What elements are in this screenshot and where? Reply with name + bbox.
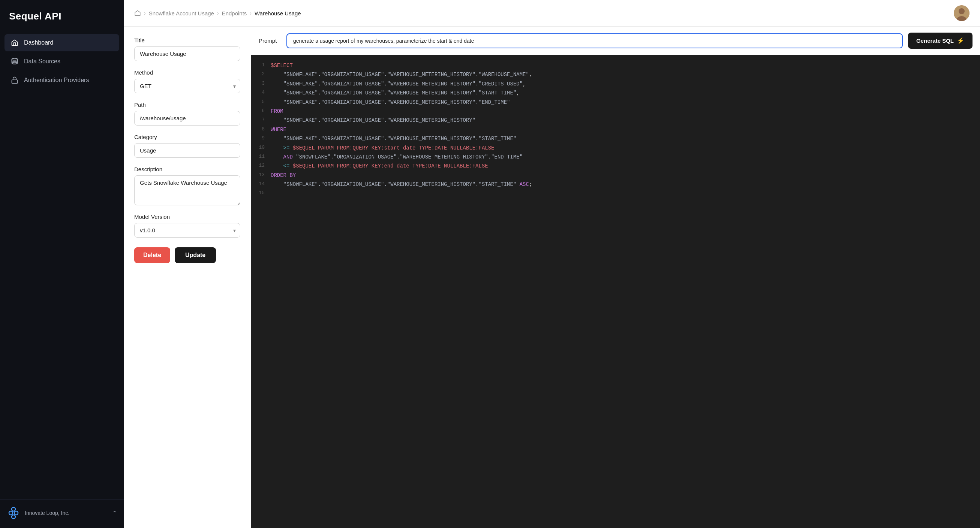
title-input[interactable] — [134, 46, 240, 61]
svg-rect-1 — [12, 80, 18, 83]
content-area: Title Method GET POST PUT DELETE ▾ — [124, 27, 980, 528]
footer-chevron-icon: ⌃ — [112, 510, 117, 517]
svg-point-3 — [14, 511, 18, 515]
prompt-input[interactable] — [286, 33, 903, 48]
update-button[interactable]: Update — [175, 247, 216, 263]
sidebar-item-auth-providers[interactable]: Authentication Providers — [5, 71, 119, 89]
form-panel: Title Method GET POST PUT DELETE ▾ — [124, 27, 251, 528]
model-version-label: Model Version — [134, 214, 240, 220]
code-line-3: 3 "SNOWFLAKE"."ORGANIZATION_USAGE"."WARE… — [251, 79, 980, 89]
company-name: Innovate Loop, Inc. — [25, 510, 108, 516]
method-group: Method GET POST PUT DELETE ▾ — [134, 69, 240, 93]
sidebar-item-data-sources[interactable]: Data Sources — [5, 53, 119, 70]
home-icon — [11, 39, 19, 47]
title-group: Title — [134, 37, 240, 61]
prompt-label: Prompt — [259, 38, 281, 44]
breadcrumb-sep-1: › — [144, 10, 146, 16]
path-input[interactable] — [134, 111, 240, 125]
code-line-15: 15 — [251, 189, 980, 198]
svg-point-2 — [9, 511, 13, 515]
description-group: Description Gets Snowflake Warehouse Usa… — [134, 166, 240, 205]
code-line-10: 10 >= $SEQUEL_PARAM_FROM:QUERY_KEY:start… — [251, 144, 980, 152]
code-line-8: 8 WHERE — [251, 125, 980, 134]
code-editor: 1 $SELECT 2 "SNOWFLAKE"."ORGANIZATION_US… — [251, 55, 980, 528]
prompt-bar: Prompt Generate SQL ⚡ — [251, 27, 980, 55]
sidebar-nav: Dashboard Data Sources Authe — [0, 34, 124, 499]
sidebar-item-dashboard[interactable]: Dashboard — [5, 34, 119, 51]
sidebar: Sequel API Dashboard Data S — [0, 0, 124, 528]
code-line-9: 9 "SNOWFLAKE"."ORGANIZATION_USAGE"."WARE… — [251, 134, 980, 143]
breadcrumb-snowflake[interactable]: Snowflake Account Usage — [149, 10, 214, 16]
code-line-12: 12 <= $SEQUEL_PARAM_FROM:QUERY_KEY:end_d… — [251, 162, 980, 171]
svg-point-4 — [12, 507, 15, 511]
path-group: Path — [134, 101, 240, 125]
generate-sql-label: Generate SQL — [916, 38, 954, 44]
model-version-group: Model Version v1.0.0 v1.1.0 v2.0.0 ▾ — [134, 214, 240, 238]
code-line-13: 13 ORDER BY — [251, 171, 980, 180]
code-line-11: 11 AND "SNOWFLAKE"."ORGANIZATION_USAGE".… — [251, 152, 980, 162]
category-group: Category — [134, 134, 240, 158]
breadcrumb-home[interactable] — [134, 10, 141, 16]
svg-point-5 — [12, 515, 15, 518]
breadcrumb-endpoints[interactable]: Endpoints — [222, 10, 247, 16]
code-line-14: 14 "SNOWFLAKE"."ORGANIZATION_USAGE"."WAR… — [251, 180, 980, 189]
code-line-6: 6 FROM — [251, 107, 980, 116]
breadcrumb-sep-3: › — [250, 10, 251, 16]
lock-icon — [11, 76, 19, 84]
breadcrumb-sep-2: › — [217, 10, 219, 16]
generate-sql-button[interactable]: Generate SQL ⚡ — [908, 33, 972, 49]
delete-button[interactable]: Delete — [134, 247, 170, 263]
category-label: Category — [134, 134, 240, 140]
sidebar-item-label-auth: Authentication Providers — [24, 77, 89, 84]
svg-point-0 — [12, 59, 18, 60]
code-line-1: 1 $SELECT — [251, 61, 980, 70]
description-textarea[interactable]: Gets Snowflake Warehouse Usage — [134, 175, 240, 205]
app-logo: Sequel API — [0, 0, 124, 34]
code-line-7: 7 "SNOWFLAKE"."ORGANIZATION_USAGE"."WARE… — [251, 116, 980, 125]
path-label: Path — [134, 101, 240, 108]
topbar: › Snowflake Account Usage › Endpoints › … — [124, 0, 980, 27]
sidebar-item-label-dashboard: Dashboard — [24, 40, 53, 46]
database-icon — [11, 57, 19, 66]
model-version-wrapper: v1.0.0 v1.1.0 v2.0.0 ▾ — [134, 223, 240, 238]
lightning-icon: ⚡ — [957, 37, 964, 44]
user-avatar[interactable] — [954, 5, 969, 21]
breadcrumb-current: Warehouse Usage — [255, 10, 301, 16]
method-label: Method — [134, 69, 240, 76]
action-buttons: Delete Update — [134, 246, 240, 263]
method-select[interactable]: GET POST PUT DELETE — [134, 79, 240, 93]
svg-point-7 — [959, 8, 965, 14]
sidebar-item-label-data-sources: Data Sources — [24, 58, 60, 65]
description-label: Description — [134, 166, 240, 172]
method-select-wrapper: GET POST PUT DELETE ▾ — [134, 79, 240, 93]
code-line-4: 4 "SNOWFLAKE"."ORGANIZATION_USAGE"."WARE… — [251, 89, 980, 97]
code-line-2: 2 "SNOWFLAKE"."ORGANIZATION_USAGE"."WARE… — [251, 70, 980, 79]
title-label: Title — [134, 37, 240, 43]
model-version-select[interactable]: v1.0.0 v1.1.0 v2.0.0 — [134, 223, 240, 238]
code-panel: Prompt Generate SQL ⚡ 1 $SELECT 2 "SNOWF… — [251, 27, 980, 528]
sidebar-footer[interactable]: Innovate Loop, Inc. ⌃ — [0, 499, 124, 528]
company-logo-icon — [7, 506, 20, 520]
code-line-5: 5 "SNOWFLAKE"."ORGANIZATION_USAGE"."WARE… — [251, 98, 980, 107]
category-input[interactable] — [134, 143, 240, 158]
main-content: › Snowflake Account Usage › Endpoints › … — [124, 0, 980, 528]
